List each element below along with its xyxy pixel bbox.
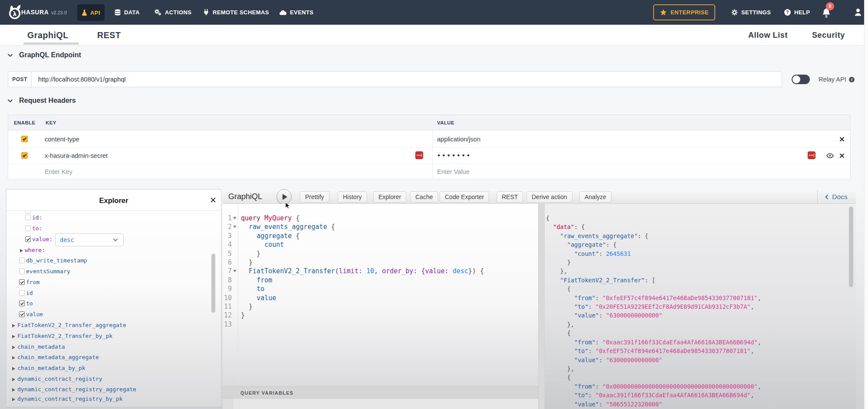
docs-tab[interactable]: Docs	[817, 190, 856, 204]
code-line: "from": "0xaac391f166f33CdaEfaa4AfA6616A…	[546, 338, 761, 347]
prettify-button[interactable]: Prettify	[300, 191, 329, 203]
analyze-button[interactable]: Analyze	[579, 191, 612, 203]
argument-checkbox[interactable]	[25, 236, 31, 242]
brand-name[interactable]: HASURA	[21, 0, 49, 25]
expand-arrow-icon[interactable]	[12, 388, 15, 392]
nav-item-label: ACTIONS	[165, 9, 191, 16]
enterprise-button[interactable]: ENTERPRISE	[653, 4, 715, 20]
query-editor[interactable]: 12345678910111213 query MyQuery { raw_ev…	[223, 204, 538, 386]
derive-action-button[interactable]: Derive action	[526, 191, 572, 203]
field-checkbox[interactable]	[19, 258, 25, 263]
lastpass-extension-icon[interactable]	[808, 151, 815, 159]
relay-api-toggle[interactable]	[792, 75, 810, 84]
expand-arrow-icon[interactable]	[12, 346, 15, 349]
fold-arrow-icon[interactable]	[233, 226, 237, 228]
svg-text:?: ?	[786, 10, 789, 15]
header-key[interactable]: x-hasura-admin-secret	[45, 147, 108, 164]
code-line: "value": "63000000000000"	[546, 356, 761, 364]
code-line: "data": {	[546, 222, 761, 231]
rest-button[interactable]: REST	[496, 191, 523, 203]
line-number: 8	[223, 276, 232, 285]
nav-item-data[interactable]: DATA	[115, 0, 140, 25]
tab-graphiql[interactable]: GraphiQL	[27, 25, 69, 45]
fold-arrow-icon[interactable]	[233, 217, 237, 219]
header-value[interactable]: application/json	[437, 131, 480, 147]
code-line: from	[241, 276, 484, 285]
field-checkbox[interactable]	[19, 279, 25, 285]
argument-checkbox[interactable]	[25, 226, 31, 231]
header-key[interactable]: content-type	[45, 131, 79, 147]
tab-security[interactable]: Security	[812, 25, 845, 45]
question-circle-icon: ?	[784, 9, 791, 16]
query-code[interactable]: query MyQuery { raw_events_aggregate { a…	[241, 214, 484, 329]
argument-checkbox[interactable]	[25, 215, 31, 220]
field-checkbox[interactable]	[19, 301, 25, 306]
code-exporter-button[interactable]: Code Exporter	[440, 191, 489, 203]
line-number: 10	[223, 294, 232, 302]
code-line: "to": "0xfeEF57c4f894e6417e468aDe9854330…	[546, 347, 761, 355]
result-scrollbar[interactable]	[849, 206, 853, 287]
line-number: 1	[223, 214, 232, 222]
code-line: {	[546, 329, 761, 337]
relay-api-label: Relay API	[819, 71, 846, 87]
nav-item-remote-schemas[interactable]: REMOTE SCHEMAS	[203, 0, 269, 25]
line-number: 2	[223, 222, 232, 231]
enable-checkbox[interactable]	[21, 152, 28, 159]
expand-arrow-icon[interactable]	[12, 378, 15, 381]
result-pane: { "data": { "raw_events_aggregate": { "a…	[545, 204, 856, 409]
tab-allow-list[interactable]: Allow List	[748, 25, 788, 45]
help-button[interactable]: ? HELP	[784, 0, 810, 25]
field-checkbox[interactable]	[19, 268, 25, 274]
notification-count-badge[interactable]: 8	[826, 2, 834, 10]
lastpass-extension-icon[interactable]	[415, 151, 423, 159]
explorer-button[interactable]: Explorer	[373, 191, 406, 203]
fold-arrow-icon[interactable]	[233, 270, 237, 272]
expand-arrow-icon[interactable]	[12, 367, 15, 370]
nav-item-events[interactable]: EVENTS	[279, 0, 313, 25]
query-variables-header[interactable]: QUERY VARIABLES	[223, 386, 538, 399]
enable-checkbox[interactable]	[21, 136, 28, 142]
remove-header-icon[interactable]	[839, 147, 845, 164]
nav-item-actions[interactable]: ACTIONS	[155, 0, 191, 25]
field-checkbox[interactable]	[19, 290, 25, 296]
request-headers-section-header[interactable]: Request Headers	[7, 97, 76, 105]
new-header-value-input[interactable]: Enter Value	[437, 164, 470, 180]
http-method-select[interactable]: POST	[8, 71, 32, 87]
code-line: "from": "0xfeEF57c4f894e6417e468aDe98543…	[546, 294, 761, 302]
page-scrollbar[interactable]	[864, 0, 868, 409]
user-profile-icon[interactable]	[854, 8, 862, 16]
nav-item-api[interactable]: API	[77, 4, 105, 21]
header-value-masked[interactable]: •••••••	[437, 147, 471, 164]
close-icon[interactable]: ✕	[209, 196, 217, 205]
field-label: to	[26, 300, 33, 307]
cache-button[interactable]: Cache	[410, 191, 438, 203]
query-variables-editor[interactable]	[223, 399, 538, 409]
expand-arrow-icon[interactable]	[12, 335, 15, 338]
root-field-label: FiatTokenV2_2_Transfer_by_pk	[17, 333, 112, 339]
history-button[interactable]: History	[338, 191, 367, 203]
expand-arrow-icon[interactable]	[12, 324, 15, 327]
field-label: db_write_timestamp	[26, 257, 87, 264]
reveal-secret-eye-icon[interactable]	[826, 147, 834, 164]
new-header-key-input[interactable]: Enter Key	[45, 164, 72, 180]
root-field-label: dynamic_contract_registry	[17, 376, 102, 382]
pane-resize-divider[interactable]	[538, 204, 545, 409]
graphql-endpoint-input[interactable]	[31, 71, 782, 87]
settings-button[interactable]: SETTINGS	[731, 0, 771, 25]
chevron-left-icon	[825, 194, 830, 199]
remove-header-icon[interactable]	[839, 131, 845, 147]
argument-label: value:	[32, 236, 53, 242]
sort-direction-select[interactable]: desc	[55, 233, 124, 246]
field-checkbox[interactable]	[25, 211, 31, 213]
info-icon[interactable]: i	[849, 77, 855, 82]
expand-arrow-icon[interactable]	[20, 249, 23, 252]
explorer-scrollbar[interactable]	[211, 254, 215, 313]
expand-arrow-icon[interactable]	[12, 356, 15, 360]
endpoint-section-header[interactable]: GraphQL Endpoint	[7, 51, 81, 59]
nav-item-label: EVENTS	[290, 9, 313, 16]
field-checkbox[interactable]	[19, 311, 25, 317]
nav-item-label: REMOTE SCHEMAS	[213, 9, 269, 16]
hasura-logo-icon[interactable]: λ	[9, 3, 21, 23]
tab-rest[interactable]: REST	[97, 25, 121, 45]
expand-arrow-icon[interactable]	[12, 398, 15, 401]
